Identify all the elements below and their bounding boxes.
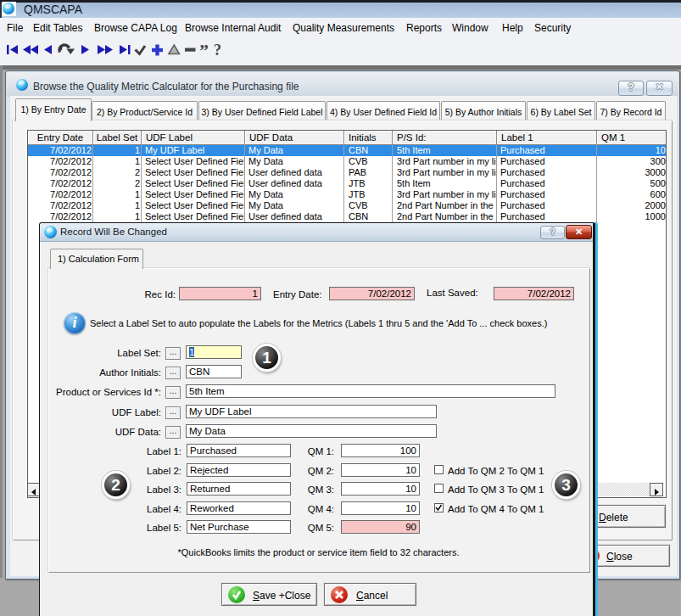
- svg-text:?: ?: [214, 42, 221, 57]
- svg-text:”: ”: [199, 42, 209, 57]
